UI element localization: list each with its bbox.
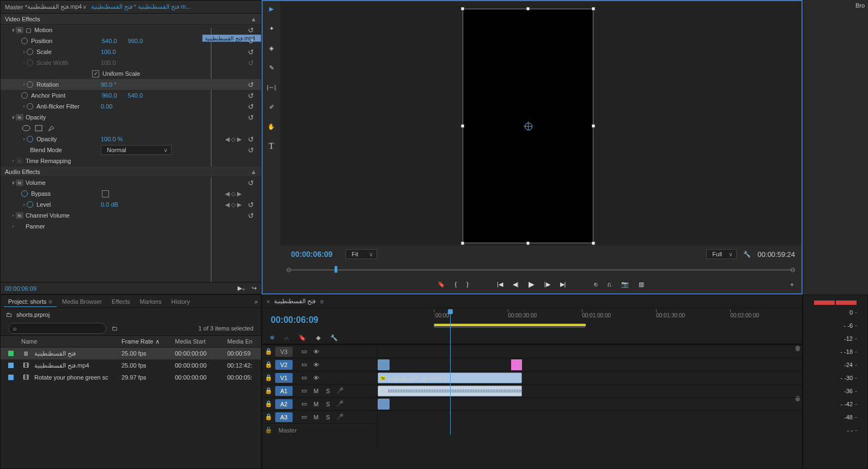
volume-effect-row[interactable]: ∨ fx Volume (1, 177, 261, 188)
play-icon[interactable]: ▶ (529, 280, 535, 288)
clip-a2[interactable] (378, 399, 390, 410)
disclosure-icon[interactable]: › (10, 213, 16, 218)
reset-icon[interactable] (248, 212, 256, 219)
voice-icon[interactable]: 🎤 (334, 400, 346, 407)
lock-icon[interactable]: 🔒 (262, 374, 275, 381)
mute-icon[interactable]: M (310, 401, 322, 407)
disclosure-icon[interactable]: › (21, 82, 27, 87)
reset-icon[interactable] (248, 179, 256, 187)
lock-icon[interactable]: 🔒 (262, 400, 275, 407)
col-media-start[interactable]: Media Start (175, 336, 227, 347)
timeline-playhead[interactable] (450, 309, 451, 435)
project-row[interactable]: 🎞Rotate your phone green sc29.97 fps00:0… (1, 371, 261, 383)
col-media-end[interactable]: Media En (227, 336, 261, 347)
voice-icon[interactable]: 🎤 (334, 413, 346, 420)
browse-tab-label[interactable]: Bro (855, 2, 865, 9)
tab-markers[interactable]: Markers (136, 296, 166, 307)
reset-icon[interactable] (248, 26, 256, 34)
reset-icon[interactable] (248, 135, 256, 143)
solo-icon[interactable]: S (322, 401, 334, 407)
anchor-y[interactable]: 540.0 (128, 92, 143, 99)
lift-icon[interactable]: ⎋ (594, 281, 598, 287)
chevron-down-icon[interactable]: ∨ (82, 4, 88, 10)
track-header-v2[interactable]: 🔒 V2 ▭ 👁 (262, 358, 377, 371)
position-y[interactable]: 960.0 (128, 38, 143, 44)
track-lane-v2[interactable] (378, 358, 802, 371)
stopwatch-icon[interactable] (21, 190, 28, 197)
panner-row[interactable]: › Panner (1, 221, 261, 232)
step-fwd-icon[interactable]: |▶ (544, 281, 550, 288)
track-lane-a1[interactable]: ▭ (378, 384, 802, 397)
scrub-handle[interactable] (335, 266, 337, 273)
mute-icon[interactable]: M (310, 388, 322, 394)
level-value[interactable]: 0.0 dB (101, 201, 118, 208)
position-x[interactable]: 540.0 (102, 38, 117, 44)
track-label[interactable]: A1 (275, 386, 293, 396)
reset-icon[interactable] (248, 113, 256, 121)
antiflicker-value[interactable]: 0.00 (101, 103, 112, 110)
timeline-ruler[interactable]: :00:0000:00:30:0000:01:00:0000:01:30:000… (434, 308, 802, 332)
stopwatch-icon[interactable] (21, 38, 28, 44)
lock-icon[interactable]: 🔒 (262, 426, 275, 434)
pen-tool-icon[interactable]: ✎ (265, 61, 278, 74)
track-header-a2[interactable]: 🔒 A2 ▭ M S 🎤 (262, 397, 377, 410)
video-effects-header[interactable]: Video Effects ▲ (1, 14, 261, 25)
track-output-icon[interactable]: ▭ (298, 361, 310, 368)
track-lane-v3[interactable] (378, 345, 802, 358)
project-search-input[interactable]: ⌕ (8, 323, 106, 334)
voice-icon[interactable]: 🎤 (334, 387, 346, 394)
stopwatch-icon[interactable] (27, 201, 33, 208)
project-row[interactable]: ≣فتح القسطنطينية25.00 fps00:00:00:0000:0… (1, 347, 261, 359)
track-lane-v1[interactable]: fx فتح القسطنطينية.mp4 [V] (378, 371, 802, 384)
col-framerate[interactable]: Frame Rate ∧ (122, 336, 175, 347)
fx-badge-icon[interactable]: fx (16, 114, 23, 121)
linked-selection-icon[interactable]: ∩ (284, 335, 289, 341)
track-label[interactable]: V1 (275, 373, 293, 383)
snap-icon[interactable]: ❄ (270, 334, 275, 341)
play-only-icon[interactable]: ▶₊ (238, 285, 245, 292)
uniform-scale-checkbox[interactable]: ✓ (92, 70, 99, 77)
track-label[interactable]: A2 (275, 399, 293, 409)
tab-media-browser[interactable]: Media Browser (58, 296, 106, 307)
disclosure-icon[interactable]: › (10, 158, 16, 164)
ec-timecode[interactable]: 00:00:06:09 (5, 285, 37, 292)
anchor-tool-icon[interactable]: ◈ (265, 41, 278, 55)
label-swatch[interactable] (8, 363, 14, 368)
clip-v2-end[interactable] (511, 359, 522, 370)
selection-tool-icon[interactable]: ▶ (265, 2, 278, 15)
reset-icon[interactable] (248, 48, 256, 56)
stopwatch-icon[interactable] (27, 103, 33, 110)
tab-effects[interactable]: Effects (107, 296, 134, 307)
program-canvas-area[interactable] (280, 1, 802, 245)
scale-value[interactable]: 100.0 (101, 49, 116, 55)
track-output-icon[interactable]: ▭ (298, 348, 310, 355)
label-swatch[interactable] (8, 375, 14, 380)
disclosure-icon[interactable]: › (10, 224, 16, 229)
stopwatch-icon[interactable] (27, 136, 33, 142)
type-tool-icon[interactable]: T (265, 140, 278, 153)
bypass-checkbox[interactable] (102, 190, 109, 197)
blend-mode-select[interactable]: Normal ∨ (101, 145, 172, 155)
mute-icon[interactable]: M (310, 414, 322, 420)
pen-mask-icon[interactable] (47, 125, 57, 132)
reset-icon[interactable] (248, 59, 256, 67)
disclosure-icon[interactable]: ∨ (10, 27, 16, 33)
wrench-icon[interactable]: 🔧 (743, 251, 751, 258)
reset-icon[interactable] (248, 201, 256, 208)
ellipse-mask-icon[interactable] (21, 125, 31, 132)
track-output-icon[interactable]: ▭ (298, 374, 310, 381)
col-name[interactable]: Name (21, 336, 122, 347)
tab-history[interactable]: History (167, 296, 194, 307)
reset-icon[interactable] (248, 103, 256, 110)
track-output-icon[interactable]: ▭ (298, 413, 310, 420)
reset-icon[interactable] (248, 146, 256, 154)
stopwatch-icon[interactable] (21, 92, 28, 99)
reset-icon[interactable] (248, 37, 256, 45)
track-label[interactable]: V3 (275, 347, 293, 357)
program-timecode[interactable]: 00:00:06:09 (291, 250, 332, 258)
audio-effects-header[interactable]: Audio Effects ▲ (1, 166, 261, 177)
channel-volume-row[interactable]: › fx Channel Volume (1, 210, 261, 221)
panel-menu-icon[interactable]: ≡ (320, 298, 324, 305)
opacity-value[interactable]: 100.0 % (101, 136, 123, 142)
time-remapping-row[interactable]: › fx Time Remapping (1, 155, 261, 166)
